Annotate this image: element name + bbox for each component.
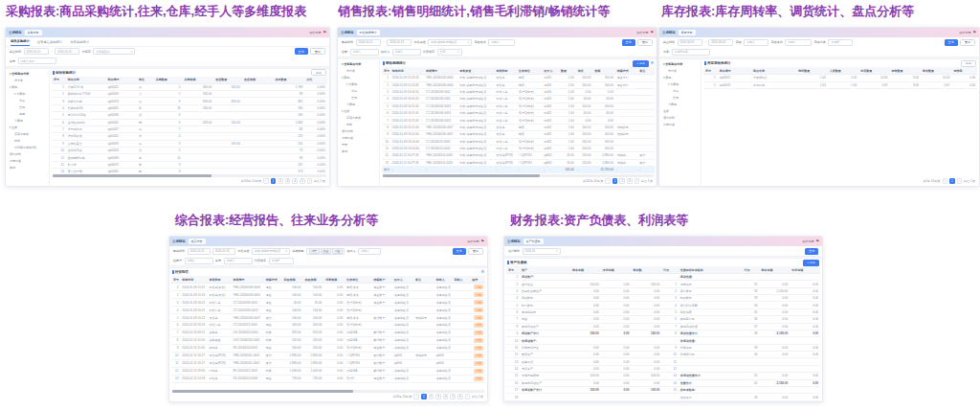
detail-badge[interactable]: 详情 [474,369,483,374]
date-input[interactable]: 2024-01-31 [387,39,412,46]
bookmark-icon[interactable]: ⚑ [480,239,484,243]
tree-item[interactable]: 日用百货 [660,122,700,128]
tree-item[interactable]: ▾ 全部商品分类 [339,61,378,68]
window-tab[interactable]: 库存报表 [679,30,696,35]
reset-button[interactable]: 重置 [637,39,653,46]
select-input[interactable]: 全部▾ [437,49,462,56]
reset-button[interactable]: 重置 [960,39,975,46]
select-input[interactable]: 综合-诚霖批发体验店▾ [252,248,290,255]
tree-item[interactable]: 肉类 [7,138,48,145]
detail-badge[interactable]: 详情 [474,346,483,351]
manual-link[interactable]: 操作手册 [467,239,479,243]
window-tab[interactable]: 经营报告 [189,239,206,244]
tree-item[interactable]: ▾ 大家电 [339,81,378,88]
gear-icon[interactable]: ⚙ [480,270,484,274]
reset-button[interactable]: 重置 [310,48,325,55]
page-button[interactable]: 1 [949,178,955,184]
tree-item[interactable]: 蔬菜水果类 [339,115,378,122]
tree-item[interactable]: 冰箱 [660,88,700,95]
bookmark-icon[interactable]: ⚑ [323,31,326,34]
date-input[interactable]: 2024-01-01 [356,39,381,46]
tree-item[interactable]: 生鲜 [660,108,700,115]
text-input[interactable]: 请输入 [785,39,812,46]
text-input[interactable]: 请输入 [224,258,253,264]
window-tab[interactable]: 销售明细统计 [357,30,380,35]
text-input[interactable]: 请输入 [185,258,213,264]
date-input[interactable]: 2024-01-01 [24,48,49,55]
tree-item[interactable]: 大闸蟹礼盒(预定) [7,145,48,151]
page-button[interactable]: 5 [300,178,305,184]
page-button[interactable]: › [635,178,640,184]
date-input[interactable]: 2024-01-31 [55,48,79,55]
tree-item[interactable]: 冰箱 [339,88,378,95]
tree-item[interactable]: 空调 [7,104,48,111]
text-input[interactable]: 请输入 [350,49,379,56]
export-button[interactable]: 导出 [311,69,326,76]
page-button[interactable]: 1 [421,394,427,399]
tree-item[interactable]: ▾ 大家电 [660,81,700,88]
manual-link[interactable]: 操作手册 [636,31,648,34]
detail-badge[interactable]: 详情 [474,315,483,320]
tree-item[interactable]: 待分类 [339,68,378,75]
detail-badge[interactable]: 详情 [474,353,483,358]
tree-item[interactable]: 肉类 [339,122,378,128]
text-input[interactable]: 请输入 [392,49,421,56]
page-button[interactable]: 3 [627,178,633,184]
manual-link[interactable]: 操作手册 [309,31,321,34]
tree-item[interactable]: ▾ 全部商品分类 [7,71,48,78]
text-input[interactable]: 请输入 [744,39,768,46]
page-button[interactable]: 4 [443,394,449,399]
search-button[interactable]: 查询 [453,248,466,255]
detail-badge[interactable]: 详情 [474,330,483,335]
bookmark-icon[interactable]: ⚑ [815,239,819,243]
export-button[interactable]: + 导出 [633,60,649,67]
tree-item[interactable]: 空调 [339,95,378,102]
gear-icon[interactable]: ⚙ [650,61,654,65]
search-button[interactable]: 查询 [805,248,818,255]
tree-item[interactable]: 酒水饮料 [660,115,700,122]
tree-item[interactable]: ▾ 家电 [339,75,378,81]
page-button[interactable]: › [465,394,471,399]
tree-item[interactable]: 小家电 [339,102,378,108]
tree-item[interactable]: 其他 [339,148,378,155]
export-button[interactable]: 导出 [961,60,976,67]
export-button[interactable]: + 导出 [803,260,819,266]
tree-item[interactable]: 酒水饮料 [7,151,48,158]
text-input[interactable]: 请选择 [269,258,294,264]
tree-item[interactable]: 待分类 [660,68,700,75]
manual-link[interactable]: 操作手册 [802,239,813,243]
sub-tab[interactable]: 商品采购统计 [11,39,30,46]
page-button[interactable]: ‹ [605,178,611,184]
page-button[interactable]: 5 [450,394,456,399]
tree-item[interactable]: 电视 [7,111,48,118]
text-input[interactable]: 请选择 [828,39,853,46]
tree-item[interactable]: ▾ 大家电 [7,91,48,98]
text-input[interactable]: 请输入单号 [18,57,56,64]
text-input[interactable]: 请选择仓库 [672,49,710,56]
window-tab[interactable]: 资产负债表 [523,239,544,244]
page-button[interactable]: 4 [292,178,298,184]
tree-item[interactable]: 酒水饮料 [339,128,378,135]
search-button[interactable]: 查询 [295,48,308,55]
sub-tab[interactable]: 往来单位采购统计 [37,40,62,46]
detail-badge[interactable]: 详情 [474,376,483,381]
tree-item[interactable]: ▾ 全部商品分类 [660,61,700,68]
select-input[interactable]: 全部供应商▾ [93,48,135,55]
page-button[interactable]: 2 [619,178,625,184]
detail-badge[interactable]: 详情 [474,308,483,312]
search-button[interactable]: 查询 [945,39,958,46]
bookmark-icon[interactable]: ⚑ [972,31,976,34]
search-button[interactable]: 查询 [622,39,635,46]
select-input[interactable]: 2024-01▾ [523,248,561,255]
tree-item[interactable]: 小家电 [660,102,700,108]
page-button[interactable]: ‹ [263,178,269,184]
tree-item[interactable]: 待分类 [7,78,48,84]
detail-badge[interactable]: 详情 [474,323,483,328]
window-tab[interactable]: 采购报表 [25,30,42,35]
page-button[interactable]: 2 [278,178,283,184]
page-button[interactable]: ‹ [413,394,419,399]
text-input[interactable]: 请输入 [358,248,381,255]
tree-item[interactable]: ▾ 家电 [7,84,48,91]
detail-badge[interactable]: 详情 [474,361,483,366]
tree-item[interactable]: 母婴 [339,142,378,148]
